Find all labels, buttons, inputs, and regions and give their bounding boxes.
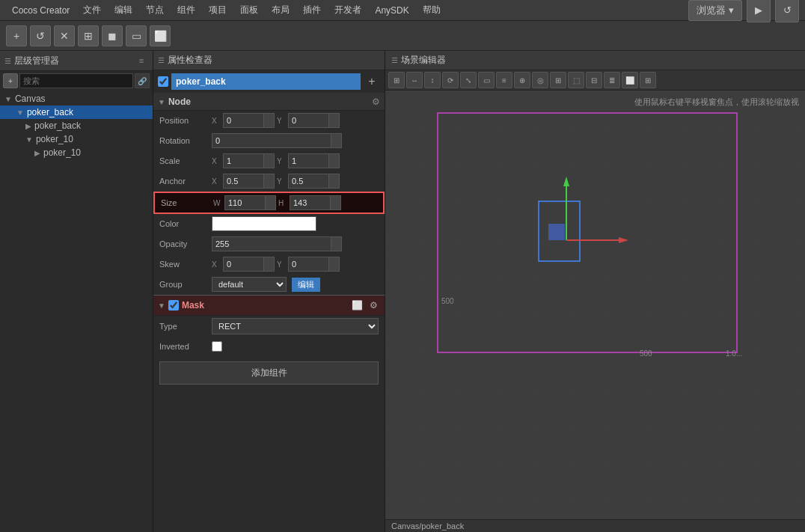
inverted-checkbox[interactable] [212,341,222,352]
tree-item-label: poker_back [27,107,73,117]
scene-tb-7[interactable]: ≡ [496,72,512,88]
scene-tb-2[interactable]: ↔ [406,72,423,88]
scene-tb-8[interactable]: ⊕ [514,72,530,88]
scene-tb-6[interactable]: ▭ [478,72,495,88]
snap-button[interactable]: ⬜ [150,25,171,46]
anchor-y-spin[interactable] [329,174,340,189]
expand-arrow-poker10c: ▶ [34,149,40,157]
rotation-spin[interactable] [331,133,342,148]
scene-tb-11[interactable]: ⬚ [568,72,584,88]
position-y-input[interactable] [288,113,329,128]
size-w-spin[interactable] [266,195,276,210]
skew-label: Skew [159,260,212,269]
tree-item-poker-back-child[interactable]: ▶ poker_back [0,119,153,132]
scene-tb-5[interactable]: ⤡ [460,72,477,88]
menu-layout[interactable]: 布局 [266,1,296,19]
tree-item-poker-10[interactable]: ▼ poker_10 [0,132,153,146]
group-edit-btn[interactable]: 编辑 [292,278,320,292]
scale-x-input[interactable] [223,153,264,168]
size-w-input[interactable] [224,195,266,210]
anchor-x-spin[interactable] [264,174,275,189]
opacity-input[interactable] [212,236,331,251]
svg-text:1.0...: 1.0... [726,349,742,358]
menu-anysdk[interactable]: AnySDK [369,2,414,19]
scene-tb-10[interactable]: ⊞ [550,72,566,88]
menu-dev[interactable]: 开发者 [328,1,367,19]
hierarchy-menu-btn[interactable]: ≡ [135,54,148,67]
mask-section-arrow: ▼ [158,302,165,310]
scene-tb-15[interactable]: ⊞ [640,72,656,88]
menu-panel[interactable]: 面板 [234,1,264,19]
rect-button[interactable]: ▭ [126,25,147,46]
rotation-input[interactable] [212,133,331,148]
scene-tb-14[interactable]: ⬜ [622,72,638,88]
node-section-header[interactable]: ▼ Node ⚙ [153,94,385,111]
tree-item-poker-10-child[interactable]: ▶ poker_10 [0,146,153,159]
scale-x-spin[interactable] [264,153,275,168]
menu-node[interactable]: 节点 [140,1,170,19]
menu-edit[interactable]: 编辑 [108,1,138,19]
group-select[interactable]: default [212,277,287,292]
add-component-button[interactable]: 添加组件 [159,361,379,385]
refresh-button[interactable]: ↺ [775,0,799,22]
scene-tb-4[interactable]: ⟳ [442,72,459,88]
menu-file[interactable]: 文件 [77,1,107,19]
toggle-button[interactable]: ◼ [102,25,123,46]
tree-item-canvas[interactable]: ▼ Canvas [0,92,153,106]
menu-component[interactable]: 组件 [171,1,201,19]
scale-y-spin[interactable] [329,153,340,168]
scene-tb-12[interactable]: ⊟ [586,72,602,88]
play-button[interactable]: ▶ [747,0,771,22]
hierarchy-search-btn[interactable]: 🔗 [135,73,150,88]
inspector-add-btn[interactable]: + [364,73,380,90]
anchor-x-input[interactable] [223,174,264,189]
scene-canvas[interactable]: 使用鼠标右键平移视窗焦点，使用滚轮缩放视 [385,91,805,519]
node-name-input[interactable] [171,73,361,90]
scale-row: Scale X Y [153,151,385,171]
node-section-gear[interactable]: ⚙ [372,97,380,107]
position-x-spin[interactable] [264,113,275,128]
svg-text:500: 500 [640,349,652,358]
refresh-scene-button[interactable]: ↺ [30,25,51,46]
size-label: Size [161,198,213,207]
scene-tb-1[interactable]: ⊞ [388,72,405,88]
mask-section-header[interactable]: ▼ Mask ⬜ ⚙ [153,295,385,316]
menu-project[interactable]: 项目 [203,1,233,19]
grid-button[interactable]: ⊞ [78,25,99,46]
skew-y-spin[interactable] [329,257,340,272]
tree-item-poker-back[interactable]: ▼ poker_back [0,106,153,119]
scale-y-input[interactable] [288,153,329,168]
node-enabled-checkbox[interactable] [158,76,168,87]
browser-button[interactable]: 浏览器 ▾ [688,0,742,21]
size-h-spin[interactable] [331,195,341,210]
size-h-input[interactable] [290,195,331,210]
mask-copy-btn[interactable]: ⬜ [350,299,364,312]
anchor-y-input[interactable] [288,174,329,189]
hierarchy-search-input[interactable] [19,73,133,88]
rotation-label: Rotation [159,136,212,145]
menu-cocos[interactable]: Cocos Creator [6,2,76,19]
mask-gear-btn[interactable]: ⚙ [367,299,380,312]
mask-enabled-checkbox[interactable] [168,300,179,311]
skew-y-input[interactable] [288,257,329,272]
position-y-spin[interactable] [329,113,340,128]
menu-help[interactable]: 帮助 [417,1,447,19]
menu-plugin[interactable]: 插件 [297,1,327,19]
close-button[interactable]: ✕ [54,25,75,46]
position-x-input[interactable] [223,113,264,128]
scene-editor-panel: ☰ 场景编辑器 ⊞ ↔ ↕ ⟳ ⤡ ▭ ≡ ⊕ ◎ ⊞ ⬚ ⊟ ≣ ⬜ ⊞ 使用… [385,51,805,532]
scene-tb-9[interactable]: ◎ [532,72,548,88]
tree-item-label: Canvas [15,94,46,104]
scene-tb-13[interactable]: ≣ [604,72,620,88]
scene-tb-3[interactable]: ↕ [424,72,441,88]
hierarchy-add-btn[interactable]: + [3,73,18,88]
color-picker[interactable] [212,216,316,231]
skew-x-spin[interactable] [264,257,275,272]
inspector-panel: ☰ 属性检查器 + ▼ Node ⚙ Position X Y [153,51,385,532]
add-button[interactable]: + [6,25,27,46]
size-row: Size W H [153,192,385,214]
type-select[interactable]: RECT ELLIPSE IMAGE_STENCIL [212,318,379,334]
skew-row: Skew X Y [153,254,385,275]
opacity-spin[interactable] [331,236,342,251]
skew-x-input[interactable] [223,257,264,272]
